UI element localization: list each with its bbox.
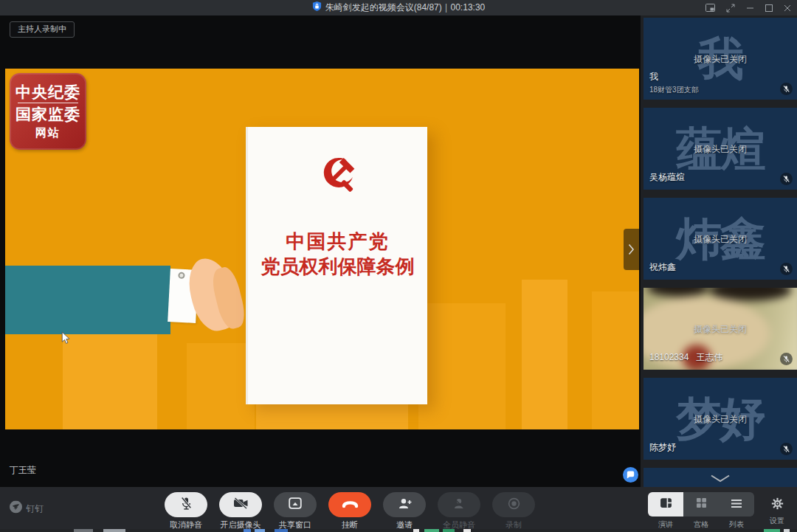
speaker-caption: 丁王莹 (10, 464, 36, 477)
view-grid-button[interactable]: 宫格 (683, 492, 719, 530)
settings-label: 设置 (770, 516, 784, 526)
camera-off-status: 摄像头已关闭 (694, 322, 747, 335)
pip-icon[interactable] (705, 4, 715, 12)
minimize-icon[interactable] (746, 4, 754, 12)
ccdi-site-logo: 中央纪委 国家监委 网站 (10, 73, 86, 150)
secure-shield-icon (312, 1, 322, 15)
participant-tile[interactable]: 炜鑫 摄像头已关闭 祝炜鑫 (644, 198, 797, 280)
teal-board-graphic (5, 266, 170, 334)
participant-tile-self[interactable]: 我 摄像头已关闭 我 18财管3团支部 (644, 18, 797, 100)
book-title-line1: 中国共产党 (248, 229, 427, 255)
building-shape (187, 343, 255, 429)
gear-icon (771, 497, 784, 513)
unmute-button[interactable]: 取消静音 (162, 492, 210, 531)
building-shape (522, 280, 567, 429)
participant-tile[interactable]: 蕴煊 摄像头已关闭 吴杨蕴煊 (644, 108, 797, 190)
participants-sidebar: 我 摄像头已关闭 我 18财管3团支部 蕴煊 摄像头已关闭 吴杨蕴煊 炜鑫 摄像… (641, 15, 797, 487)
mic-muted-icon (780, 353, 793, 365)
hangup-button[interactable]: 挂断 (326, 492, 373, 531)
mic-muted-icon (780, 263, 793, 275)
grid-view-icon (696, 497, 707, 511)
logo-line2: 国家监委 (15, 105, 80, 124)
mouse-cursor (61, 331, 71, 348)
mic-muted-icon (780, 443, 793, 455)
invite-button[interactable]: 邀请 (381, 492, 428, 531)
participant-name: 我 (649, 71, 658, 83)
mic-muted-icon (780, 83, 793, 95)
participant-name: 18102334 王志伟 (649, 351, 722, 364)
book-title-line2: 党员权利保障条例 (248, 254, 427, 280)
logo-divider (18, 103, 78, 103)
participant-name: 陈梦妤 (649, 441, 676, 454)
dingtalk-logo-icon (10, 500, 22, 516)
building-shape (592, 291, 639, 429)
logo-line1: 中央纪委 (15, 83, 80, 102)
speaker-view-icon (660, 497, 672, 511)
participant-tile[interactable]: 摄像头已关闭 18102334 王志伟 (644, 288, 797, 370)
party-emblem-icon (315, 153, 361, 202)
mute-all-icon (452, 497, 466, 513)
participant-name: 吴杨蕴煊 (649, 171, 685, 184)
logo-line3: 网站 (35, 126, 61, 140)
shared-screen-video: 中央纪委 国家监委 网站 (5, 69, 639, 429)
chat-bubble-icon[interactable] (623, 467, 638, 483)
participant-name: 祝炜鑫 (649, 261, 676, 274)
start-camera-button[interactable]: 开启摄像头 (217, 492, 264, 531)
view-list-button[interactable]: 列表 (719, 492, 754, 530)
building-shape (418, 303, 506, 429)
record-icon (508, 497, 520, 513)
title-bar: 朱崎剑发起的视频会议(84/87)｜00:13:30 (0, 0, 797, 15)
shared-screen-stage: 主持人录制中 中央纪委 国家监委 网站 (0, 15, 641, 487)
collapse-sidebar-handle[interactable] (624, 229, 639, 270)
participant-subtitle: 18财管3团支部 (649, 85, 699, 95)
share-window-icon (289, 497, 302, 512)
settings-button[interactable]: 设置 (766, 492, 788, 530)
camera-off-icon (233, 497, 249, 512)
participant-tile[interactable]: 梦妤 摄像头已关闭 陈梦妤 (644, 378, 797, 460)
brand-label: 钉钉 (26, 502, 44, 514)
meeting-toolbar: 钉钉 取消静音 开启摄像头 共享窗口 (0, 487, 797, 529)
meeting-window: 朱崎剑发起的视频会议(84/87)｜00:13:30 主持人录制中 (0, 0, 797, 532)
record-button[interactable]: 录制 (490, 492, 537, 531)
card-pin (178, 272, 184, 279)
close-icon[interactable] (784, 4, 791, 12)
hangup-icon (342, 498, 359, 511)
camera-off-status: 摄像头已关闭 (694, 232, 747, 245)
recording-badge: 主持人录制中 (10, 21, 75, 38)
book-cover: 中国共产党 党员权利保障条例 (246, 127, 427, 404)
maximize-icon[interactable] (765, 4, 773, 12)
view-switcher: 演讲 宫格 列表 (648, 492, 754, 530)
dingtalk-brand: 钉钉 (10, 500, 44, 516)
mic-off-icon (180, 497, 193, 514)
show-more-participants-button[interactable] (644, 468, 797, 487)
camera-off-status: 摄像头已关闭 (694, 412, 747, 425)
invite-icon (398, 497, 412, 513)
meeting-title: 朱崎剑发起的视频会议(84/87)｜00:13:30 (325, 1, 486, 14)
fullscreen-icon[interactable] (726, 4, 735, 13)
view-label: 演讲 (658, 519, 673, 530)
view-label: 宫格 (694, 519, 708, 530)
view-speaker-button[interactable]: 演讲 (648, 492, 683, 530)
taskbar-sliver (0, 529, 797, 532)
mic-muted-icon (780, 173, 793, 185)
share-window-button[interactable]: 共享窗口 (272, 492, 319, 531)
mute-all-button[interactable]: 全员静音 (435, 492, 483, 531)
chevron-down-icon (710, 472, 731, 486)
hand-graphic (183, 253, 242, 335)
list-view-icon (731, 498, 742, 511)
camera-off-status: 摄像头已关闭 (694, 52, 747, 65)
view-label: 列表 (729, 519, 744, 530)
camera-off-status: 摄像头已关闭 (694, 142, 747, 155)
